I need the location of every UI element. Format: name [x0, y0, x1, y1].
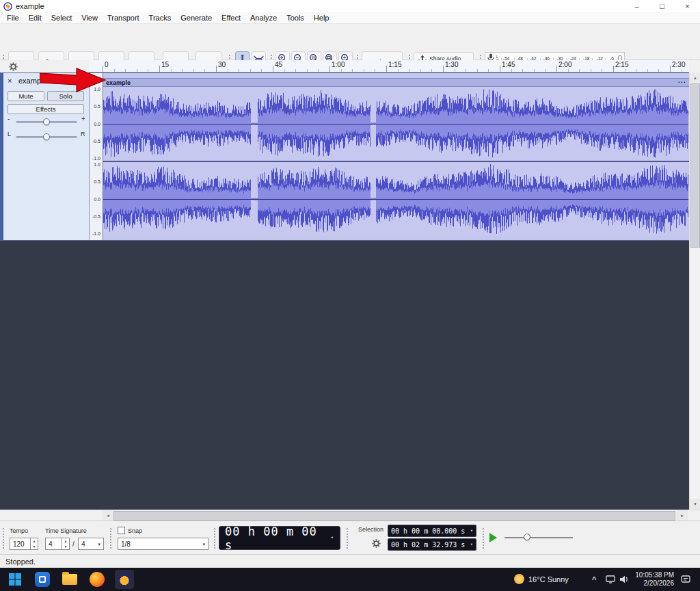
taskbar-firefox-icon[interactable]	[88, 570, 107, 589]
scroll-right-icon[interactable]: ►	[677, 510, 688, 521]
timeline-gear-icon	[9, 62, 18, 71]
horizontal-scrollbar[interactable]: ◄ ►	[0, 510, 700, 521]
menu-item[interactable]: Tracks	[144, 13, 176, 23]
menu-item[interactable]: Generate	[176, 13, 217, 23]
ruler-time-label: 15	[161, 61, 169, 68]
blue-app-icon	[35, 572, 50, 587]
audio-position-display[interactable]: 00 h 00 m 00 s ▾	[219, 526, 340, 550]
audio-clip[interactable]: example ⋯	[103, 73, 690, 240]
clip-menu-button[interactable]: ⋯	[677, 77, 686, 87]
track-close-button[interactable]: ×	[8, 77, 12, 85]
window-controls: – □ ×	[624, 0, 700, 12]
dropdown-caret-icon[interactable]: ▾	[470, 542, 473, 547]
menu-item[interactable]: Select	[46, 13, 77, 23]
spin-up-icon[interactable]: ▲	[31, 538, 38, 544]
gain-slider-thumb[interactable]	[43, 118, 50, 125]
hidden-icons-chevron[interactable]: ^	[592, 575, 596, 583]
selection-start-field[interactable]: 00 h 00 m 00.000 s ▾	[388, 525, 476, 537]
menu-item[interactable]: File	[2, 13, 24, 23]
menu-item[interactable]: Effect	[217, 13, 245, 23]
spin-down-icon[interactable]: ▼	[62, 544, 69, 549]
menu-item[interactable]: Transport	[103, 13, 144, 23]
vertical-scale-ruler[interactable]: 1.00.50.0-0.5-1.0 1.00.50.0-0.5-1.0	[90, 73, 103, 240]
pan-slider-thumb[interactable]	[43, 133, 50, 140]
ruler-time-label: 2:15	[615, 61, 628, 68]
spin-down-icon[interactable]: ▼	[31, 544, 38, 549]
clock-date: 2/20/2026	[635, 579, 674, 588]
firefox-icon	[90, 572, 105, 587]
taskbar-clock[interactable]: 10:05:38 PM 2/20/2026	[635, 571, 674, 588]
vertical-scrollbar-thumb[interactable]	[690, 83, 700, 248]
tempo-input[interactable]: 120 ▲▼	[10, 538, 38, 550]
dropdown-caret-icon[interactable]: ▾	[470, 529, 473, 534]
timesig-divider: /	[72, 540, 75, 548]
folder-icon	[62, 574, 77, 585]
time-display-grip[interactable]	[213, 527, 217, 549]
horizontal-scrollbar-thumb[interactable]	[113, 511, 675, 521]
tempo-label: Tempo	[10, 527, 28, 534]
menu-item[interactable]: Analyze	[245, 13, 282, 23]
time-toolbar-grip[interactable]	[2, 527, 5, 549]
windows-taskbar: 16°C Sunny ^ 10:05:38 PM 2/20/2026	[0, 568, 700, 591]
time-signature-upper-input[interactable]: 4 ▲▼	[45, 538, 70, 550]
amp-scale-label: 0.5	[94, 104, 100, 109]
play-speed-slider-thumb[interactable]	[524, 534, 530, 540]
menu-item[interactable]: View	[77, 13, 103, 23]
amp-scale-label: -1.0	[92, 231, 100, 236]
notification-center-icon[interactable]	[681, 575, 690, 585]
start-button[interactable]	[5, 570, 25, 589]
time-format-caret-icon[interactable]: ▾	[331, 536, 334, 540]
mute-button[interactable]: Mute	[8, 91, 44, 101]
snap-toolbar-grip[interactable]	[109, 527, 113, 549]
play-at-speed-grip[interactable]	[482, 527, 485, 549]
audacity-icon	[117, 572, 132, 587]
close-button[interactable]: ×	[675, 0, 700, 12]
selection-end-field[interactable]: 00 h 02 m 32.973 s ▾	[388, 538, 476, 551]
ruler-labels: 01530451:001:151:301:452:002:152:30	[103, 60, 689, 73]
scroll-left-icon[interactable]: ◄	[103, 510, 113, 521]
scroll-up-icon[interactable]: ▲	[690, 73, 700, 83]
audacity-logo-icon	[3, 2, 12, 11]
ruler-time-label: 1:15	[388, 61, 401, 68]
clip-header[interactable]: example ⋯	[103, 78, 690, 87]
amp-scale-label: -0.5	[92, 139, 100, 144]
audio-track: × example Mute Solo Effects - + L R 1.00…	[0, 73, 689, 241]
selection-toolbar-grip[interactable]	[346, 527, 349, 549]
amp-scale-label: 0.5	[94, 179, 100, 184]
effects-button[interactable]: Effects	[8, 104, 84, 114]
volume-icon[interactable]	[619, 575, 629, 585]
ruler-time-label: 2:30	[672, 61, 685, 68]
spin-up-icon[interactable]: ▲	[62, 538, 69, 544]
timeline-ruler[interactable]: 01530451:001:151:301:452:002:152:30	[89, 60, 689, 73]
play-speed-slider[interactable]	[504, 537, 573, 538]
snap-mode-select[interactable]: 1/8 ▾	[118, 538, 208, 550]
timesig-lower-value: 4	[81, 540, 85, 548]
gain-plus-label: +	[81, 115, 85, 122]
network-icon[interactable]	[606, 575, 615, 585]
timeline-options-button[interactable]	[5, 61, 21, 72]
selection-start-value: 00 h 00 m 00.000 s	[391, 527, 465, 535]
scroll-down-icon[interactable]: ▼	[690, 499, 700, 510]
ruler-time-label: 1:45	[502, 61, 515, 68]
timesig-spinner[interactable]: ▲▼	[62, 538, 69, 549]
waveform-left-channel[interactable]	[103, 87, 688, 161]
minimize-button[interactable]: –	[624, 0, 649, 12]
menu-item[interactable]: Tools	[282, 13, 309, 23]
selection-options-button[interactable]	[369, 537, 383, 549]
taskbar-weather-widget[interactable]: 16°C Sunny	[514, 574, 569, 584]
menu-item[interactable]: Help	[309, 13, 334, 23]
waveform-right-channel[interactable]	[103, 162, 688, 236]
taskbar-audacity-icon[interactable]	[115, 570, 134, 589]
play-at-speed-button[interactable]	[489, 533, 497, 542]
taskbar-pinned-app-icon[interactable]	[33, 570, 52, 589]
ruler-time-label: 2:00	[558, 61, 571, 68]
vertical-scrollbar[interactable]: ▲ ▼	[689, 73, 700, 510]
tempo-spinner[interactable]: ▲▼	[30, 538, 38, 549]
timesig-upper-value: 4	[46, 540, 62, 548]
snap-label: Snap	[128, 527, 142, 534]
time-signature-lower-select[interactable]: 4 ▾	[78, 538, 104, 550]
snap-checkbox[interactable]	[118, 527, 125, 534]
taskbar-file-explorer-icon[interactable]	[60, 570, 79, 589]
menu-item[interactable]: Edit	[24, 13, 46, 23]
maximize-button[interactable]: □	[649, 0, 675, 12]
